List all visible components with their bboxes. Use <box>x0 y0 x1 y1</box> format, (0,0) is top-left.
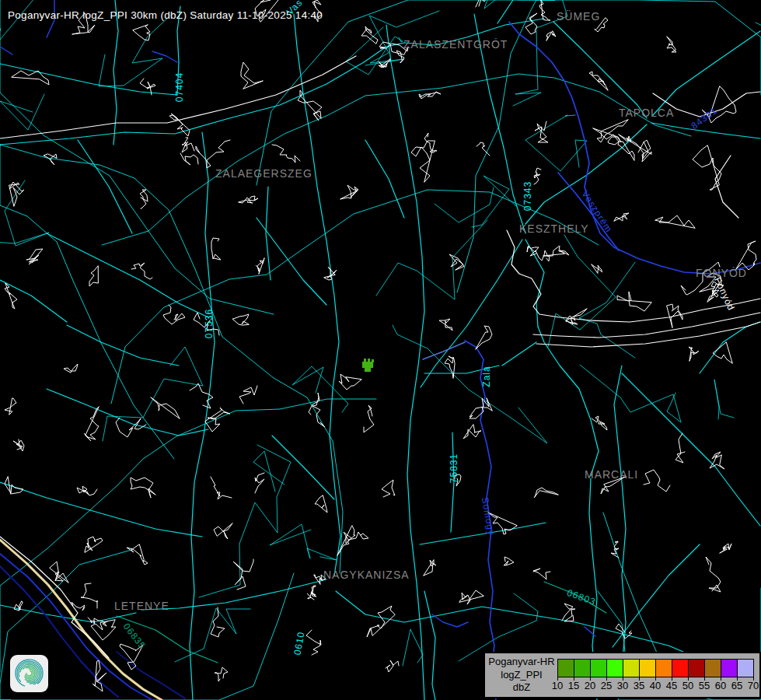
city-label-keszthely: KESZTHELY <box>519 222 589 235</box>
legend-color-45dbz <box>672 659 689 677</box>
road-label-07536: 07536 <box>204 309 215 338</box>
legend-unit: dbZ <box>488 681 555 695</box>
road-label-07343: 07343 <box>522 181 533 211</box>
legend-tick-value: 30 <box>617 680 628 691</box>
legend-tick-value: 60 <box>715 680 726 691</box>
legend-color-30dbz <box>623 659 640 677</box>
legend-tick-value: 35 <box>634 680 644 691</box>
legend-color-50dbz <box>689 659 705 677</box>
map-canvas <box>0 0 761 700</box>
radar-echo <box>362 362 373 368</box>
legend-tick-value: 65 <box>731 680 742 691</box>
legend-tick-value: 10 <box>552 680 563 691</box>
radar-echo <box>372 359 374 362</box>
spiral-icon <box>10 655 48 692</box>
city-label-tapolca: TAPOLCA <box>619 107 674 119</box>
legend-text-block: Poganyvar-HR logZ_PPI dbZ <box>488 656 555 695</box>
city-label-zalaszentgrót: ZALASZENTGRÓT <box>403 38 508 51</box>
road-label-75831: 75831 <box>449 453 459 483</box>
radar-echo <box>365 368 371 372</box>
legend-tick-value: 70 <box>748 680 759 691</box>
radar-image: Poganyvar-HR logZ_PPI 30km (dbZ) Saturda… <box>0 0 761 700</box>
legend-tick-value: 25 <box>601 680 612 691</box>
legend-color-15dbz <box>574 659 591 677</box>
city-label-sümeg: SÜMEG <box>557 10 600 23</box>
legend-tick-value: 55 <box>699 680 710 691</box>
legend-tick-value: 50 <box>682 680 693 691</box>
radar-echo <box>364 359 366 362</box>
city-label-zalaegerszeg: ZALAEGERSZEG <box>215 167 312 180</box>
legend-tick-value: 15 <box>568 680 579 691</box>
legend-product-name: logZ_PPI <box>488 669 555 682</box>
legend-color-55dbz <box>705 659 721 677</box>
legend-color-20dbz <box>591 659 607 677</box>
legend-color-10dbz <box>557 659 574 677</box>
met-spiral-logo <box>10 655 48 692</box>
radar-product-title: Poganyvar-HR logZ_PPI 30km (dbZ) Saturda… <box>8 9 323 21</box>
legend-tick-value: 45 <box>666 680 677 691</box>
legend-color-60dbz <box>721 659 738 677</box>
legend-color-40dbz <box>656 659 672 677</box>
legend-color-25dbz <box>607 659 623 677</box>
legend-tick-value: 40 <box>650 680 661 691</box>
road-label-zala: Zala <box>481 366 492 387</box>
city-label-letenye: LETENYE <box>114 600 169 612</box>
legend-color-35dbz <box>640 659 656 677</box>
city-label-nagykanizsa: NAGYKANIZSA <box>323 569 410 581</box>
legend-colorbar <box>557 659 754 676</box>
city-label-marcali: MARCALI <box>585 468 638 481</box>
road-label-07404: 07404 <box>174 72 185 102</box>
legend-color-65dbz <box>738 659 754 677</box>
legend-tick-value: 20 <box>585 680 595 691</box>
legend-panel: Poganyvar-HR logZ_PPI dbZ 10152025303540… <box>483 652 761 698</box>
radar-echo <box>368 359 370 362</box>
legend-station-name: Poganyvar-HR <box>488 656 555 669</box>
